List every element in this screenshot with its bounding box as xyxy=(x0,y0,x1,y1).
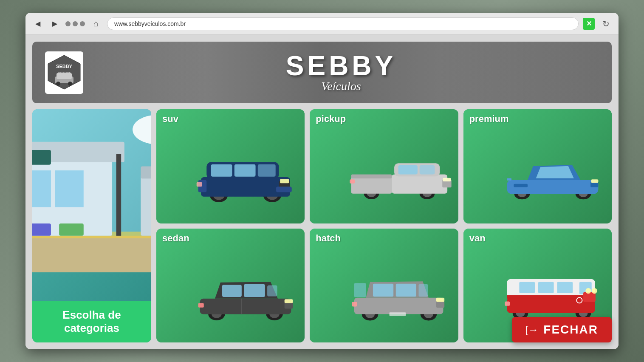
svg-rect-18 xyxy=(141,175,151,236)
category-premium[interactable]: premium xyxy=(463,109,612,223)
home-button[interactable]: ⌂ xyxy=(89,17,103,31)
svg-rect-44 xyxy=(351,174,392,178)
svg-rect-21 xyxy=(32,223,51,236)
svg-rect-19 xyxy=(141,167,151,179)
featured-label: Escolha de categorias xyxy=(32,301,151,342)
sedan-label: sedan xyxy=(162,233,189,244)
svg-rect-57 xyxy=(514,184,528,187)
svg-rect-51 xyxy=(350,179,355,184)
suv-car-image xyxy=(190,129,301,220)
svg-rect-96 xyxy=(557,282,573,293)
fechar-icon: [→ xyxy=(525,324,539,336)
svg-rect-71 xyxy=(198,303,204,308)
category-suv[interactable]: suv xyxy=(156,109,305,223)
svg-rect-102 xyxy=(505,302,510,306)
svg-rect-78 xyxy=(373,284,393,297)
header-banner: SEBBY Veículos SEBBY Veículos xyxy=(32,42,612,103)
svg-rect-22 xyxy=(59,223,84,236)
svg-rect-81 xyxy=(354,283,366,297)
category-hatch[interactable]: hatch xyxy=(310,229,458,343)
svg-rect-68 xyxy=(267,286,277,297)
dot-1 xyxy=(65,21,71,26)
stop-button[interactable]: ✕ xyxy=(583,18,595,30)
svg-rect-65 xyxy=(200,299,291,314)
svg-rect-50 xyxy=(443,178,451,181)
category-pickup[interactable]: pickup xyxy=(310,109,458,223)
svg-point-100 xyxy=(585,288,591,294)
fechar-label: FECHAR xyxy=(543,323,598,337)
svg-rect-35 xyxy=(280,179,289,183)
refresh-button[interactable]: ↻ xyxy=(599,17,613,31)
svg-rect-48 xyxy=(419,165,435,174)
browser-window: ◀ ▶ ⌂ www.sebbyveiculos.com.br ✕ ↻ SEBBY… xyxy=(25,13,619,349)
sedan-car-image xyxy=(190,248,301,339)
premium-car-image xyxy=(497,129,608,220)
fechar-button[interactable]: [→ FECHAR xyxy=(512,317,612,342)
svg-rect-47 xyxy=(398,165,417,174)
svg-point-5 xyxy=(56,82,60,86)
svg-rect-14 xyxy=(55,170,84,207)
svg-rect-59 xyxy=(591,179,598,183)
hatch-car-image xyxy=(344,248,455,339)
suv-label: suv xyxy=(162,113,178,124)
svg-rect-60 xyxy=(507,178,511,180)
svg-rect-4 xyxy=(56,73,72,79)
header-title-area: SEBBY Veículos xyxy=(83,52,599,93)
site-title: SEBBY xyxy=(286,52,397,79)
browser-content: SEBBY Veículos SEBBY Veículos xyxy=(25,35,619,349)
van-label: van xyxy=(469,233,486,244)
svg-rect-32 xyxy=(234,164,256,177)
dots-menu xyxy=(65,21,85,26)
featured-label-line2: categorias xyxy=(38,322,145,335)
svg-rect-83 xyxy=(436,298,444,302)
svg-rect-15 xyxy=(32,150,51,165)
svg-rect-36 xyxy=(276,187,292,192)
svg-rect-70 xyxy=(285,299,293,303)
svg-rect-29 xyxy=(201,177,291,197)
dot-2 xyxy=(73,21,78,26)
pickup-label: pickup xyxy=(316,113,346,124)
dealership-image: BY-VEI xyxy=(32,109,151,272)
forward-button[interactable]: ▶ xyxy=(48,17,61,30)
svg-rect-67 xyxy=(244,284,265,297)
svg-rect-80 xyxy=(418,284,428,297)
svg-rect-8 xyxy=(32,236,151,272)
svg-rect-95 xyxy=(538,282,554,293)
svg-rect-77 xyxy=(354,298,443,314)
logo-badge: SEBBY Veículos xyxy=(45,51,83,94)
fechar-container: [→ FECHAR xyxy=(512,317,612,342)
pickup-car-image xyxy=(344,129,455,220)
svg-rect-84 xyxy=(352,302,357,307)
browser-toolbar: ◀ ▶ ⌂ www.sebbyveiculos.com.br ✕ ↻ xyxy=(25,13,619,35)
hatch-label: hatch xyxy=(316,233,341,244)
svg-point-6 xyxy=(68,82,72,86)
dot-3 xyxy=(80,21,85,26)
svg-rect-45 xyxy=(392,174,447,193)
svg-rect-13 xyxy=(32,170,51,207)
svg-rect-66 xyxy=(222,285,242,297)
svg-text:SEBBY: SEBBY xyxy=(56,64,73,69)
featured-category: BY-VEI xyxy=(32,109,151,342)
svg-rect-79 xyxy=(395,284,416,297)
categories-grid: BY-VEI xyxy=(32,109,612,342)
svg-rect-38 xyxy=(197,182,202,186)
svg-rect-43 xyxy=(351,177,392,193)
url-bar[interactable]: www.sebbyveiculos.com.br xyxy=(107,17,579,30)
svg-rect-85 xyxy=(389,312,406,316)
premium-label: premium xyxy=(469,113,509,124)
back-button[interactable]: ◀ xyxy=(31,17,44,30)
svg-rect-31 xyxy=(211,164,232,177)
site-subtitle: Veículos xyxy=(321,79,361,93)
featured-label-line1: Escolha de xyxy=(38,308,145,322)
svg-point-101 xyxy=(592,288,597,294)
category-sedan[interactable]: sedan xyxy=(156,229,305,343)
svg-rect-17 xyxy=(116,154,121,236)
svg-rect-94 xyxy=(519,282,535,293)
svg-rect-33 xyxy=(258,164,276,177)
